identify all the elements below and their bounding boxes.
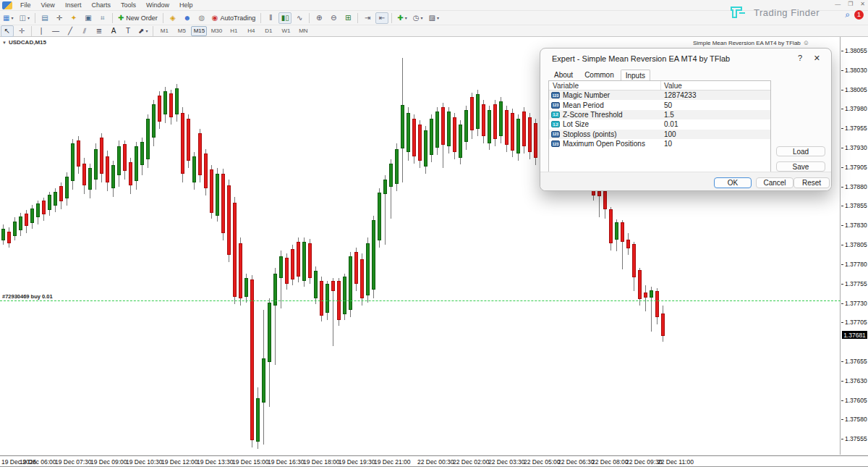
text-button[interactable]: A [107,25,120,37]
candle-body [71,143,75,181]
timeframe-w1-button[interactable]: W1 [278,26,294,36]
menu-item-charts[interactable]: Charts [86,1,116,9]
dialog-help-button[interactable]: ? [798,54,802,62]
metaeditor-button[interactable]: ◈ [166,12,179,24]
vertical-line-button[interactable]: | [35,25,48,37]
zoom-out-button[interactable]: ⊖ [327,12,340,24]
param-value[interactable]: 1.5 [661,111,770,119]
zoom-in-button[interactable]: ⊕ [312,12,326,24]
trendline-button[interactable]: ╱ [64,25,77,37]
reset-button[interactable]: Reset [793,177,830,188]
terminal-button[interactable]: ▣ [82,12,95,24]
new-order-button[interactable]: ✚New Order [116,12,160,24]
autotrading-button[interactable]: ◉AutoTrading [210,12,258,24]
input-row[interactable]: 123Mean Period50 [549,100,770,109]
dialog-tab-common[interactable]: Common [579,69,619,81]
param-value[interactable]: 50 [661,101,770,109]
timeframe-m30-button[interactable]: M30 [208,26,224,36]
price-tick [841,322,843,323]
ea-active-smiley-icon[interactable]: ☺ [803,39,809,46]
load-button[interactable]: Load [776,146,825,156]
time-axis[interactable]: 19 Dec 202519 Dec 06:0019 Dec 07:3019 De… [0,455,868,467]
market-watch-button[interactable]: ▤ [38,12,51,24]
timeframe-h4-button[interactable]: H4 [243,26,259,36]
time-label: 22 Dec 11:00 [658,458,694,466]
variable-column-header[interactable]: Variable [549,81,661,90]
timeframe-m1-button[interactable]: M1 [156,26,172,36]
param-value[interactable]: 10 [661,140,770,148]
menu-item-view[interactable]: View [36,1,60,9]
strategy-tester-button[interactable]: ⌗ [96,12,109,24]
periods-button[interactable]: ◷▾ [411,12,425,24]
buy-position-line[interactable] [0,300,841,301]
chevron-down-icon[interactable]: ▾ [405,15,407,20]
save-button[interactable]: Save [776,161,825,172]
input-row[interactable]: 123Stoploss (points)100 [549,130,770,139]
notification-badge[interactable]: 1 [854,10,864,20]
tile-windows-button[interactable]: ⊞ [341,12,354,24]
crosshair-icon: ✛ [19,27,25,35]
price-axis[interactable]: 1.380551.380301.380051.379801.379551.379… [841,37,868,455]
candle-body [395,149,399,184]
timeframe-m5-button[interactable]: M5 [174,26,190,36]
chevron-down-icon[interactable]: ▾ [27,15,30,20]
symbol-label[interactable]: ▼USDCAD,M15 [2,39,46,46]
chevron-down-icon[interactable]: ▾ [437,15,439,20]
indicators-button[interactable]: ✚▾ [395,12,409,24]
value-column-header[interactable]: Value [661,81,770,90]
param-value[interactable]: 0.01 [661,120,770,128]
restore-button[interactable]: ❐ [848,1,853,7]
text-label-button[interactable]: T [122,25,135,37]
menu-item-file[interactable]: File [15,1,36,9]
line-chart-button[interactable]: ∿ [293,12,306,24]
candle-body [650,290,653,298]
one-click-trading-arrow-icon[interactable]: ▼ [2,41,7,45]
new-chart-button[interactable]: ▦▾ [1,12,15,24]
community-button[interactable]: ◍ [195,12,208,24]
horizontal-line-button[interactable]: — [49,25,62,37]
timeframe-h1-button[interactable]: H1 [226,26,242,36]
channel-button[interactable]: ⫽ [78,25,91,37]
profiles-button[interactable]: ◫▾ [17,12,31,24]
toolbar-separator [260,13,261,23]
param-value[interactable]: 12874233 [661,91,770,99]
crosshair-button[interactable]: ✛ [15,25,28,37]
menu-item-tools[interactable]: Tools [116,1,141,9]
close-button[interactable]: ✕ [860,1,865,7]
auto-scroll-button[interactable]: ⇥ [361,12,374,24]
input-row[interactable]: 123Magic Number12874233 [549,91,770,100]
param-value[interactable]: 100 [661,130,770,138]
price-label: 1.37805 [845,241,867,248]
chart-shift-button[interactable]: ⇤ [375,12,388,24]
minimize-button[interactable]: — [835,1,841,7]
candle-body [447,112,451,146]
cursor-button[interactable]: ↖ [1,25,14,37]
candle-body [412,119,416,156]
menu-item-help[interactable]: Help [174,1,198,9]
chevron-down-icon[interactable]: ▾ [11,15,13,20]
chevron-down-icon[interactable]: ▾ [420,15,422,20]
chevron-down-icon[interactable]: ▾ [145,28,148,33]
menu-item-window[interactable]: Window [141,1,174,9]
input-row[interactable]: 1.2Z-Score Threshold1.5 [549,110,770,119]
arrows-button[interactable]: ⬈▾ [136,25,150,37]
fibonacci-button[interactable]: ≣ [93,25,106,37]
dialog-tab-about[interactable]: About [549,69,578,81]
candle-chart-button[interactable]: ▮▯ [278,12,292,24]
cancel-button[interactable]: Cancel [756,177,793,188]
dialog-close-icon[interactable]: ✕ [814,54,820,63]
input-row[interactable]: 1.2Lot Size0.01 [549,119,770,129]
menu-item-insert[interactable]: Insert [60,1,87,9]
ok-button[interactable]: OK [714,177,752,188]
time-label: 19 Dec 10:30 [126,458,163,466]
timeframe-m15-button[interactable]: M15 [191,26,207,36]
data-window-button[interactable]: ✛ [53,12,66,24]
templates-button[interactable]: ▨▾ [426,12,441,24]
experts-button[interactable]: ☻ [181,12,194,24]
timeframe-mn-button[interactable]: MN [295,26,311,36]
navigator-button[interactable]: ✦ [67,12,80,24]
search-icon[interactable]: ⌕ [845,9,850,20]
timeframe-d1-button[interactable]: D1 [260,26,276,36]
input-row[interactable]: 123Maximum Open Positions10 [549,139,770,148]
bar-chart-button[interactable]: ‖ [264,12,277,24]
